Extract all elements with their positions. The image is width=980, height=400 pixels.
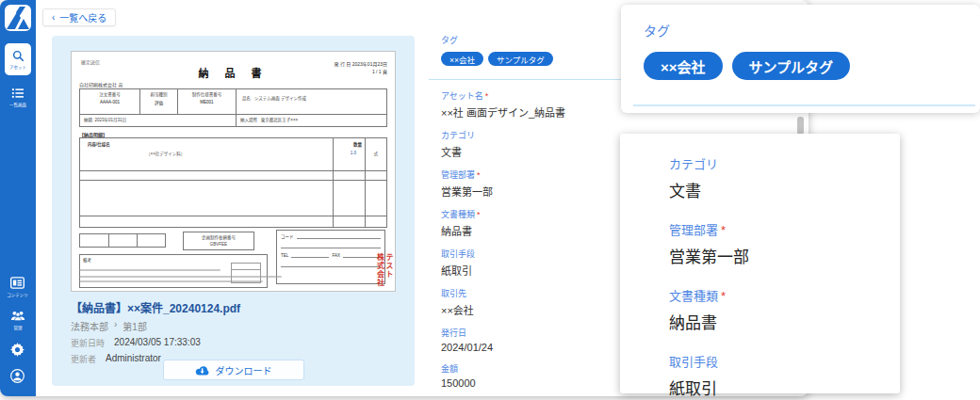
list-icon bbox=[11, 88, 24, 99]
invoice-issue-date: 発 行 日 2023年01月23日 bbox=[335, 60, 387, 68]
sidebar-item-settings[interactable] bbox=[10, 343, 24, 357]
updated-at-value: 2024/03/05 17:33:03 bbox=[114, 337, 201, 349]
table-line bbox=[365, 138, 366, 227]
tag-pill-large[interactable]: サンプルタグ bbox=[732, 52, 851, 80]
logo-icon bbox=[5, 5, 31, 31]
sidebar-nav: アセット 一覧画面 bbox=[0, 0, 36, 396]
field-label: 取引先 bbox=[441, 289, 466, 298]
required-mark: * bbox=[477, 210, 481, 219]
invoice-remarks-label: 備考 bbox=[83, 257, 91, 263]
invoice-charge-label: 担当種別 bbox=[140, 91, 177, 97]
card-list-icon bbox=[10, 277, 24, 289]
table-line bbox=[137, 234, 138, 247]
sidebar-item-contents[interactable]: コンテンツ bbox=[6, 277, 29, 297]
fine-print-line bbox=[79, 269, 220, 271]
invoice-header-table: 注文書番号 AAAA-001 担当種別 評価 制作仕様書番号 ME001 品名 … bbox=[79, 88, 387, 115]
breadcrumb: 法務本部 › 第1部 bbox=[71, 319, 147, 333]
sidebar-item-label: 一覧画面 bbox=[9, 101, 26, 106]
sidebar-item-asset-search[interactable]: アセット bbox=[5, 43, 31, 75]
sidebar-item-label: 管理 bbox=[13, 324, 22, 329]
required-mark: * bbox=[721, 223, 726, 237]
invoice-charge-cell: 担当種別 評価 bbox=[140, 89, 178, 114]
search-icon bbox=[12, 50, 24, 62]
invoice-preview-image[interactable]: 確定送信 納 品 書 発 行 日 2023年01月23日 1 / 1 頁 自社印… bbox=[71, 51, 396, 292]
invoice-row-qty: 1.0 bbox=[351, 151, 356, 155]
field-category: カテゴリ 文書 bbox=[441, 129, 616, 159]
field-amount: 金額 150000 bbox=[441, 362, 616, 389]
fine-print-line bbox=[79, 280, 263, 282]
screenshot-stage: アセット 一覧画面 bbox=[0, 0, 980, 400]
table-line bbox=[333, 138, 334, 227]
invoice-request-value: GBVFEE bbox=[184, 242, 253, 247]
scrollbar-thumb[interactable] bbox=[797, 117, 804, 135]
card-field-managing-dept: 管理部署* 営業第一部 bbox=[669, 220, 900, 267]
tag-callout-card: タグ ××会社 サンプルタグ bbox=[621, 5, 980, 113]
stamp-text: 株式会社 bbox=[375, 253, 383, 287]
card-field-transaction-method: 取引手段 紙取引 bbox=[669, 352, 900, 399]
invoice-delivery-table: 納期 2023年01月31日 納入場所 東京都北区王子××× bbox=[79, 115, 387, 127]
chevron-left-icon: ‹ bbox=[52, 12, 55, 23]
cloud-download-icon bbox=[195, 365, 209, 376]
invoice-due-label: 納期 bbox=[84, 118, 92, 122]
invoice-issue-block: 発 行 日 2023年01月23日 1 / 1 頁 bbox=[335, 60, 387, 75]
sidebar-item-list[interactable]: 一覧画面 bbox=[8, 88, 27, 107]
contact-row bbox=[281, 244, 381, 248]
tag-pill-row: ××会社 サンプルタグ bbox=[441, 52, 616, 66]
field-value: ××会社 bbox=[441, 302, 616, 317]
sidebar-item-label: アセット bbox=[9, 63, 26, 69]
back-to-list-button[interactable]: ‹ 一覧へ戻る bbox=[42, 8, 116, 26]
invoice-page-info: 1 / 1 頁 bbox=[335, 68, 387, 75]
tags-label: タグ bbox=[441, 34, 616, 46]
field-issue-date: 発行日 2024/01/24 bbox=[441, 327, 616, 353]
detail-callout-card: カテゴリ 文書 管理部署* 営業第一部 文書種類* 納品書 取引手段 紙取引 bbox=[620, 134, 900, 393]
tag-pill[interactable]: サンプルタグ bbox=[488, 52, 553, 66]
updater-label: 更新者 bbox=[71, 353, 96, 365]
sidebar-bottom-group: コンテンツ 管理 bbox=[6, 277, 29, 383]
field-value: 紙取引 bbox=[441, 263, 616, 278]
tag-pill-large[interactable]: ××会社 bbox=[644, 52, 723, 80]
invoice-spec-cell: 制作仕様書番号 ME001 bbox=[178, 89, 237, 114]
field-label: 取引手段 bbox=[441, 249, 475, 259]
invoice-place-cell: 納入場所 東京都北区王子××× bbox=[237, 115, 386, 126]
field-value: 文書 bbox=[669, 178, 900, 201]
required-mark: * bbox=[485, 91, 489, 101]
tag-pill[interactable]: ××会社 bbox=[441, 52, 483, 66]
field-value: 紙取引 bbox=[669, 376, 900, 399]
table-line bbox=[232, 269, 260, 270]
app-logo bbox=[5, 5, 31, 31]
tag-card-pill-row: ××会社 サンプルタグ bbox=[644, 52, 980, 80]
updater-value: Administrator bbox=[106, 353, 161, 365]
invoice-order-no-cell: 注文書番号 AAAA-001 bbox=[80, 89, 140, 114]
stamp-text: テスト bbox=[384, 253, 392, 287]
field-value: 150000 bbox=[441, 377, 616, 389]
sidebar-item-admin[interactable]: 管理 bbox=[10, 310, 25, 330]
invoice-charge-value: 評価 bbox=[140, 100, 177, 105]
invoice-due-value: 2023年01月31日 bbox=[95, 118, 127, 122]
table-line bbox=[80, 216, 386, 216]
breadcrumb-parent[interactable]: 法務本部 bbox=[71, 319, 108, 333]
tag-card-divider bbox=[633, 104, 975, 106]
file-name: 【納品書】××案件_20240124.pdf bbox=[71, 299, 240, 315]
invoice-corner-note: 確定送信 bbox=[81, 58, 100, 65]
field-label: アセット名 bbox=[441, 91, 483, 101]
invoice-order-no-label: 注文書番号 bbox=[80, 91, 139, 97]
field-value: 納品書 bbox=[441, 223, 616, 238]
invoice-item-label: 品名 bbox=[242, 96, 251, 101]
field-doc-type: 文書種類* 納品書 bbox=[441, 208, 616, 238]
download-button[interactable]: ダウンロード bbox=[163, 360, 304, 380]
breadcrumb-separator: › bbox=[114, 319, 117, 333]
field-value: 営業第一部 bbox=[669, 244, 900, 267]
field-transaction-method: 取引手段 紙取引 bbox=[441, 248, 616, 278]
contact-row bbox=[281, 263, 381, 267]
invoice-col-qty: 数量 bbox=[353, 141, 362, 147]
sidebar-item-account[interactable] bbox=[10, 369, 24, 383]
back-button-label: 一覧へ戻る bbox=[59, 10, 106, 24]
breadcrumb-child[interactable]: 第1部 bbox=[122, 319, 147, 333]
table-line bbox=[80, 170, 386, 171]
invoice-due-cell: 納期 2023年01月31日 bbox=[80, 115, 237, 126]
updater-row: 更新者 Administrator bbox=[71, 353, 161, 365]
invoice-addressee: 自社印刷株式会社 宛 bbox=[79, 81, 122, 88]
invoice-order-no: AAAA-001 bbox=[80, 100, 139, 104]
field-value: 納品書 bbox=[669, 310, 900, 333]
field-value: 2024/01/24 bbox=[441, 342, 616, 353]
